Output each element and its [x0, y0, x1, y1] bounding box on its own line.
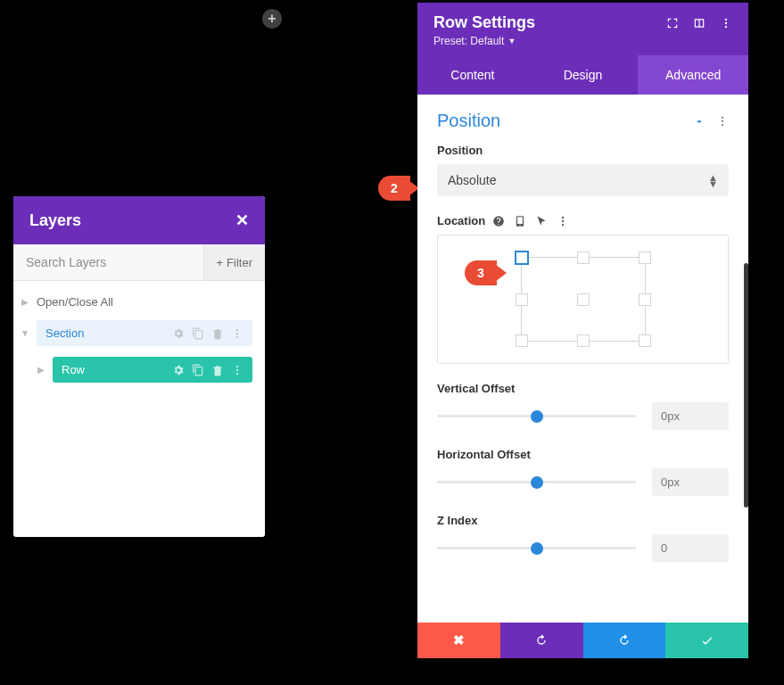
cancel-button[interactable]: ✖: [417, 623, 500, 658]
undo-icon: [534, 633, 549, 648]
filter-label: Filter: [227, 256, 252, 269]
expand-icon[interactable]: [666, 17, 679, 29]
plus-icon: +: [217, 256, 224, 269]
redo-button[interactable]: [583, 623, 666, 658]
z-index-input[interactable]: [652, 534, 729, 562]
anchor-top-right[interactable]: [639, 252, 651, 264]
section-label: Section: [45, 326, 84, 340]
chevron-up-icon[interactable]: [693, 115, 706, 128]
settings-body: Position Position Absolute ▲▼ Location 3: [417, 95, 748, 623]
anchor-top-left[interactable]: [515, 251, 529, 265]
chevron-down-icon: ▼: [508, 37, 516, 45]
position-value: Absolute: [448, 173, 496, 187]
row-actions: [172, 364, 243, 376]
section-header-position[interactable]: Position: [437, 111, 729, 131]
chevron-right-icon: ▶: [19, 297, 31, 307]
horizontal-offset-slider[interactable]: [437, 481, 636, 483]
add-section-button[interactable]: +: [262, 9, 282, 29]
section-item[interactable]: Section: [37, 320, 252, 346]
duplicate-icon[interactable]: [192, 364, 204, 376]
gear-icon[interactable]: [172, 327, 185, 340]
more-icon[interactable]: [557, 215, 569, 227]
anchor-bottom-left[interactable]: [516, 334, 528, 347]
slider-thumb[interactable]: [531, 476, 543, 489]
save-button[interactable]: [665, 623, 748, 658]
anchor-bottom-center[interactable]: [577, 334, 590, 347]
settings-footer: ✖: [417, 623, 748, 658]
location-label: Location: [437, 214, 729, 227]
duplicate-icon[interactable]: [192, 327, 204, 340]
position-label: Position: [437, 144, 729, 157]
vertical-offset-input[interactable]: [652, 402, 729, 430]
cursor-icon[interactable]: [535, 215, 548, 227]
more-icon[interactable]: [716, 115, 729, 128]
z-index-slider[interactable]: [437, 547, 636, 549]
filter-button[interactable]: + Filter: [203, 244, 265, 280]
settings-header: Row Settings Preset: Default ▼: [417, 3, 748, 55]
tab-design[interactable]: Design: [528, 55, 639, 95]
chevron-right-icon: ▶: [35, 365, 47, 375]
settings-header-actions: [666, 17, 732, 29]
row-label: Row: [62, 363, 85, 376]
slider-thumb[interactable]: [531, 410, 543, 423]
close-icon[interactable]: ✕: [235, 210, 249, 230]
settings-title: Row Settings: [433, 13, 666, 32]
select-caret-icon: ▲▼: [708, 175, 718, 186]
slider-thumb[interactable]: [531, 542, 543, 555]
row-settings-panel: Row Settings Preset: Default ▼ Content D…: [417, 3, 748, 658]
horizontal-offset-group: Horizontal Offset: [437, 448, 729, 496]
annotation-2: 2: [378, 176, 410, 201]
row-item[interactable]: Row: [53, 357, 252, 383]
layers-title: Layers: [29, 211, 81, 230]
section-actions: [172, 327, 243, 340]
help-icon[interactable]: [492, 215, 505, 227]
horizontal-offset-input[interactable]: [652, 468, 729, 496]
vertical-offset-group: Vertical Offset: [437, 382, 729, 430]
layers-panel: Layers ✕ + Filter ▶ Open/Close All ▼ Sec…: [13, 196, 265, 537]
undo-button[interactable]: [500, 623, 583, 658]
annotation-3: 3: [465, 260, 497, 285]
z-index-group: Z Index: [437, 514, 729, 562]
chevron-down-icon: ▼: [19, 328, 31, 338]
search-input[interactable]: [13, 244, 203, 280]
anchor-middle-left[interactable]: [516, 293, 528, 306]
anchor-middle-center[interactable]: [577, 293, 590, 306]
trash-icon[interactable]: [211, 327, 224, 340]
tree-row-row[interactable]: ▶ Row: [13, 351, 265, 388]
position-select[interactable]: Absolute ▲▼: [437, 164, 729, 196]
preset-dropdown[interactable]: Preset: Default ▼: [433, 35, 516, 47]
anchor-middle-right[interactable]: [639, 293, 651, 306]
open-close-all-row[interactable]: ▶ Open/Close All: [13, 288, 265, 315]
columns-icon[interactable]: [693, 17, 706, 29]
anchor-grid: [521, 257, 646, 342]
vertical-offset-slider[interactable]: [437, 415, 636, 417]
settings-tabs: Content Design Advanced: [417, 55, 748, 95]
phone-icon[interactable]: [514, 215, 526, 227]
tab-content[interactable]: Content: [417, 55, 528, 95]
vertical-offset-label: Vertical Offset: [437, 382, 729, 395]
trash-icon[interactable]: [211, 364, 224, 376]
location-picker: 3: [437, 235, 729, 364]
anchor-top-center[interactable]: [577, 252, 590, 264]
gear-icon[interactable]: [172, 364, 185, 376]
more-icon[interactable]: [720, 17, 732, 29]
redo-icon: [617, 633, 631, 648]
more-icon[interactable]: [231, 364, 243, 376]
layers-tree: ▶ Open/Close All ▼ Section ▶ Row: [13, 281, 265, 399]
layers-header: Layers ✕: [13, 196, 265, 244]
anchor-bottom-right[interactable]: [639, 334, 651, 347]
open-close-all-label: Open/Close All: [31, 295, 113, 309]
scrollbar[interactable]: [744, 263, 748, 508]
check-icon: [700, 633, 714, 648]
tree-row-section[interactable]: ▼ Section: [13, 315, 265, 351]
layers-toolbar: + Filter: [13, 244, 265, 281]
more-icon[interactable]: [231, 327, 243, 340]
tab-advanced[interactable]: Advanced: [638, 55, 748, 95]
position-section-title: Position: [437, 111, 500, 131]
z-index-label: Z Index: [437, 514, 729, 527]
horizontal-offset-label: Horizontal Offset: [437, 448, 729, 461]
